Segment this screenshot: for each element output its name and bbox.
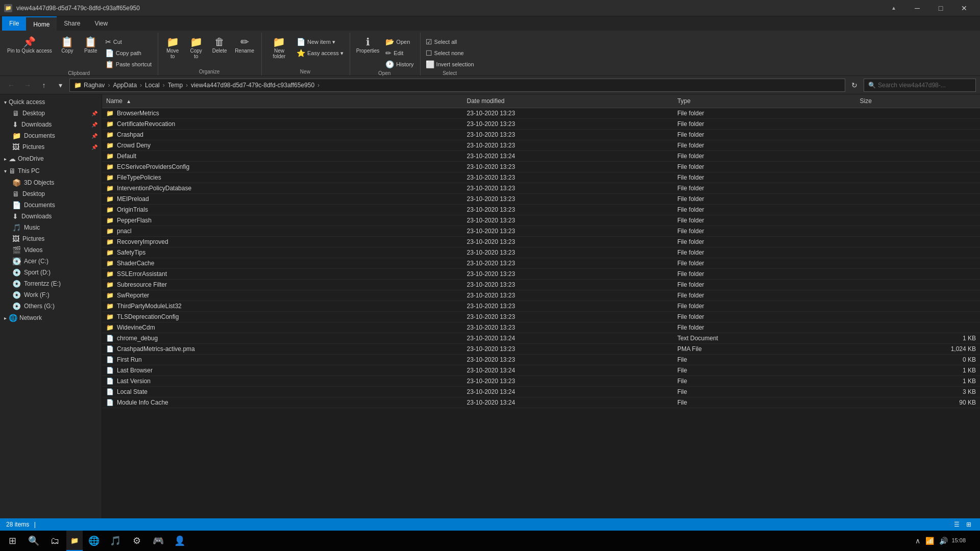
recent-button[interactable]: ▾ bbox=[53, 78, 67, 92]
new-item-button[interactable]: 📄 New item ▾ bbox=[295, 37, 346, 47]
table-row[interactable]: 📁RecoveryImproved23-10-2020 13:23File fo… bbox=[102, 237, 980, 247]
gaming-button[interactable]: 🎮 bbox=[148, 531, 168, 551]
network-tray-icon[interactable]: 📶 bbox=[924, 537, 936, 545]
select-none-button[interactable]: ☐ Select none bbox=[424, 48, 476, 58]
table-row[interactable]: 📁Subresource Filter23-10-2020 13:23File … bbox=[102, 280, 980, 290]
copy-to-button[interactable]: 📁 Copyto bbox=[185, 35, 207, 61]
volume-tray-icon[interactable]: 🔊 bbox=[938, 537, 949, 545]
table-row[interactable]: 📁SSLErrorAssistant23-10-2020 13:23File f… bbox=[102, 269, 980, 280]
close-button[interactable]: ✕ bbox=[952, 0, 976, 16]
table-row[interactable]: 📁ShaderCache23-10-2020 13:23File folder bbox=[102, 258, 980, 269]
start-button[interactable]: ⊞ bbox=[2, 531, 22, 551]
table-row[interactable]: 📁ThirdPartyModuleList3223-10-2020 13:23F… bbox=[102, 301, 980, 312]
tab-view[interactable]: View bbox=[87, 16, 115, 31]
table-row[interactable]: 📁Default23-10-2020 13:24File folder bbox=[102, 151, 980, 162]
pin-to-quick-access-button[interactable]: 📌 Pin to Quick access bbox=[4, 35, 55, 56]
table-row[interactable]: 📁Crashpad23-10-2020 13:23File folder bbox=[102, 130, 980, 140]
table-row[interactable]: 📁MEIPreload23-10-2020 13:23File folder bbox=[102, 194, 980, 205]
search-taskbar-button[interactable]: 🔍 bbox=[23, 531, 44, 551]
back-button[interactable]: ← bbox=[4, 78, 18, 92]
settings-button[interactable]: ⚙ bbox=[127, 531, 147, 551]
delete-button[interactable]: 🗑 Delete bbox=[208, 35, 231, 56]
details-view-button[interactable]: ☰ bbox=[951, 519, 962, 530]
table-row[interactable]: 📁ECSerivceProvidersConfig23-10-2020 13:2… bbox=[102, 162, 980, 172]
large-icons-view-button[interactable]: ⊞ bbox=[964, 519, 974, 530]
maximize-button[interactable]: □ bbox=[929, 0, 952, 16]
sidebar-item-downloads[interactable]: ⬇ Downloads bbox=[0, 211, 102, 222]
table-row[interactable]: 📁WidevineCdm23-10-2020 13:23File folder bbox=[102, 322, 980, 333]
sidebar-item-pictures[interactable]: 🖼 Pictures bbox=[0, 233, 102, 244]
table-row[interactable]: 📁pnacl23-10-2020 13:23File folder bbox=[102, 226, 980, 237]
sidebar-item-downloads-quick[interactable]: ⬇ Downloads 📌 bbox=[0, 119, 102, 130]
sidebar-item-pictures-quick[interactable]: 🖼 Pictures 📌 bbox=[0, 141, 102, 153]
sidebar-item-music[interactable]: 🎵 Music bbox=[0, 222, 102, 233]
breadcrumb-temp[interactable]: Temp bbox=[168, 82, 183, 89]
sidebar-item-sport-d[interactable]: 💿 Sport (D:) bbox=[0, 267, 102, 278]
properties-button[interactable]: ℹ Properties bbox=[353, 35, 383, 56]
table-row[interactable]: 📁Crowd Deny23-10-2020 13:23File folder bbox=[102, 140, 980, 151]
table-row[interactable]: 📄First Run23-10-2020 13:23File0 KB bbox=[102, 355, 980, 365]
paste-shortcut-button[interactable]: 📋 Paste shortcut bbox=[103, 59, 154, 69]
table-row[interactable]: 📁CertificateRevocation23-10-2020 13:23Fi… bbox=[102, 119, 980, 130]
task-view-button[interactable]: 🗂 bbox=[45, 531, 65, 551]
col-size-header[interactable]: Size bbox=[856, 94, 980, 108]
table-row[interactable]: 📁BrowserMetrics23-10-2020 13:23File fold… bbox=[102, 108, 980, 119]
tab-share[interactable]: Share bbox=[57, 16, 87, 31]
system-clock[interactable]: 15:08 bbox=[951, 537, 966, 544]
tab-home[interactable]: Home bbox=[26, 16, 57, 31]
sidebar-item-network[interactable]: ▸ 🌐 Network bbox=[0, 312, 102, 324]
table-row[interactable]: 📄Module Info Cache23-10-2020 13:24File90… bbox=[102, 397, 980, 408]
search-bar[interactable]: 🔍 Search view4a447d98-... bbox=[864, 79, 976, 92]
edit-button[interactable]: ✏ Edit bbox=[383, 48, 415, 58]
sidebar-item-work-f[interactable]: 💿 Work (F:) bbox=[0, 289, 102, 300]
breadcrumb-raghav[interactable]: Raghav bbox=[84, 82, 105, 89]
easy-access-button[interactable]: ⭐ Easy access ▾ bbox=[295, 48, 346, 58]
sidebar-item-acer-c[interactable]: 💽 Acer (C:) bbox=[0, 256, 102, 267]
user-button[interactable]: 👤 bbox=[169, 531, 190, 551]
select-all-button[interactable]: ☑ Select all bbox=[424, 37, 476, 47]
sidebar-section-quick-access[interactable]: ▾ Quick access bbox=[0, 96, 102, 108]
rename-button[interactable]: ✏ Rename bbox=[232, 35, 257, 56]
up-button[interactable]: ↑ bbox=[37, 78, 51, 92]
table-row[interactable]: 📄chrome_debug23-10-2020 13:24Text Docume… bbox=[102, 333, 980, 344]
minimize-button[interactable]: ─ bbox=[905, 0, 929, 16]
breadcrumb-appdata[interactable]: AppData bbox=[113, 82, 137, 89]
table-row[interactable]: 📄Local State23-10-2020 13:24File3 KB bbox=[102, 387, 980, 397]
history-button[interactable]: 🕐 History bbox=[383, 59, 415, 69]
invert-selection-button[interactable]: ⬜ Invert selection bbox=[424, 59, 476, 69]
sidebar-item-documents[interactable]: 📄 Documents bbox=[0, 199, 102, 211]
sidebar-item-desktop[interactable]: 🖥 Desktop bbox=[0, 188, 102, 199]
sidebar-item-3d-objects[interactable]: 📦 3D Objects bbox=[0, 177, 102, 188]
col-name-header[interactable]: Name ▲ bbox=[102, 94, 462, 108]
chevron-up-icon[interactable]: ▲ bbox=[882, 0, 905, 16]
table-row[interactable]: 📁FileTypePolicies23-10-2020 13:23File fo… bbox=[102, 172, 980, 183]
sidebar-item-documents-quick[interactable]: 📁 Documents 📌 bbox=[0, 130, 102, 141]
table-row[interactable]: 📁OriginTrials23-10-2020 13:23File folder bbox=[102, 205, 980, 215]
table-row[interactable]: 📄Last Browser23-10-2020 13:24File1 KB bbox=[102, 365, 980, 376]
table-row[interactable]: 📁TLSDeprecationConfig23-10-2020 13:23Fil… bbox=[102, 312, 980, 322]
new-folder-button[interactable]: 📁 Newfolder bbox=[265, 35, 293, 61]
cut-button[interactable]: ✂ Cut bbox=[103, 37, 154, 47]
sidebar-item-videos[interactable]: 🎬 Videos bbox=[0, 244, 102, 256]
table-row[interactable]: 📁SwReporter23-10-2020 13:23File folder bbox=[102, 290, 980, 301]
sidebar-item-desktop-quick[interactable]: 🖥 Desktop 📌 bbox=[0, 108, 102, 119]
copy-button[interactable]: 📋 Copy bbox=[56, 35, 79, 56]
forward-button[interactable]: → bbox=[20, 78, 35, 92]
edge-button[interactable]: 🌐 bbox=[84, 531, 104, 551]
table-row[interactable]: 📄CrashpadMetrics-active.pma23-10-2020 13… bbox=[102, 344, 980, 355]
sidebar-item-onedrive[interactable]: ▸ ☁ OneDrive bbox=[0, 153, 102, 165]
move-to-button[interactable]: 📁 Moveto bbox=[161, 35, 184, 61]
sidebar-item-torrentzz-e[interactable]: 💿 Torrentzz (E:) bbox=[0, 278, 102, 289]
breadcrumb-local[interactable]: Local bbox=[145, 82, 160, 89]
table-row[interactable]: 📁InterventionPolicyDatabase23-10-2020 13… bbox=[102, 183, 980, 194]
paste-button[interactable]: 📋 Paste bbox=[80, 35, 102, 56]
breadcrumb-folder[interactable]: view4a447d98-d5d7-479c-8dfd-c93aff65e950 bbox=[191, 82, 314, 89]
refresh-button[interactable]: ↻ bbox=[847, 78, 862, 92]
file-explorer-taskbar-button[interactable]: 📁 bbox=[66, 531, 83, 551]
path-bar[interactable]: 📁 Raghav › AppData › Local › Temp › view… bbox=[69, 79, 845, 92]
copy-path-button[interactable]: 📄 Copy path bbox=[103, 48, 154, 58]
open-button[interactable]: 📂 Open bbox=[383, 37, 415, 47]
spotify-button[interactable]: 🎵 bbox=[105, 531, 126, 551]
col-type-header[interactable]: Type bbox=[673, 94, 856, 108]
tray-expand-icon[interactable]: ∧ bbox=[914, 537, 922, 545]
